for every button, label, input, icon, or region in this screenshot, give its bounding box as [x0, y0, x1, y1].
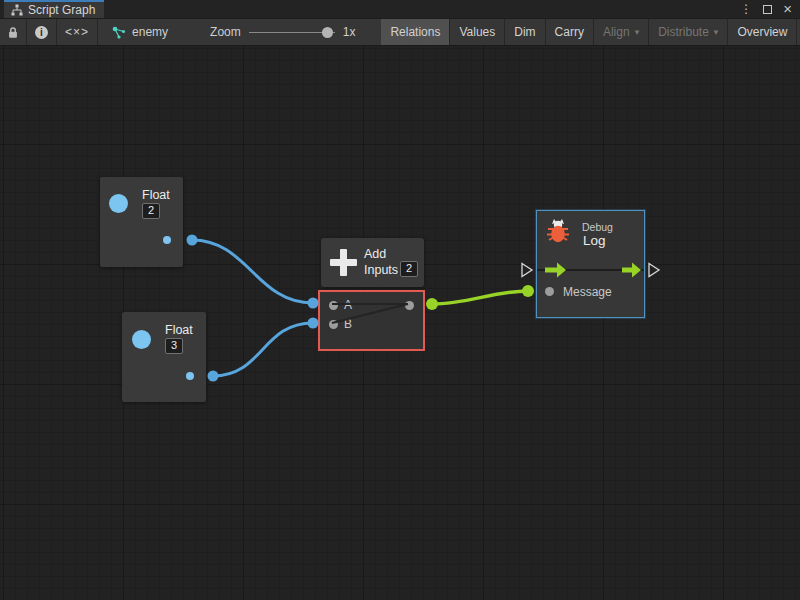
float-node-2[interactable]: Float 3: [122, 312, 206, 402]
add-plus-icon: [330, 249, 357, 276]
graph-name-label: enemy: [132, 25, 168, 39]
add-input-b-port[interactable]: [329, 320, 338, 329]
flow-port-triangle-left[interactable]: [522, 264, 532, 277]
graph-toolbar: i <×> enemy Zoom 1x Relations Values: [0, 18, 800, 46]
bug-icon: [545, 217, 571, 244]
zoom-label: Zoom: [210, 25, 241, 39]
node-category: Debug: [582, 221, 613, 233]
align-dropdown[interactable]: Align ▾: [594, 19, 649, 45]
info-button[interactable]: i: [27, 19, 57, 45]
add-input-a-port[interactable]: [329, 301, 338, 310]
tab-label: Script Graph: [28, 3, 95, 17]
close-icon[interactable]: ×: [783, 1, 792, 16]
node-title: Float: [165, 323, 193, 337]
title-bar: Script Graph ⋮ ×: [0, 0, 800, 18]
graph-icon: [112, 26, 126, 39]
node-title: Float: [142, 188, 170, 202]
script-graph-window: Script Graph ⋮ × i <×>: [0, 0, 800, 600]
float-node-1[interactable]: Float 2: [100, 177, 183, 267]
graph-tab-icon: [11, 4, 23, 16]
node-title: Log: [583, 233, 606, 248]
float-value-input[interactable]: 3: [165, 338, 183, 354]
zoom-value: 1x: [343, 25, 356, 39]
float-output-port[interactable]: [163, 236, 171, 244]
lock-button[interactable]: [0, 19, 27, 45]
wire-float1-to-add-a[interactable]: [192, 240, 313, 303]
relations-button[interactable]: Relations: [381, 19, 450, 45]
maximize-icon[interactable]: [763, 5, 772, 14]
node-title: Add: [364, 247, 386, 261]
wire-float2-to-add-b[interactable]: [213, 323, 313, 376]
dim-button[interactable]: Dim: [505, 19, 545, 45]
window-menu-icon[interactable]: ⋮: [740, 3, 752, 15]
float-output-port[interactable]: [186, 372, 194, 380]
debug-message-port[interactable]: [545, 287, 554, 296]
carry-button[interactable]: Carry: [546, 19, 594, 45]
code-view-button[interactable]: <×>: [57, 19, 98, 45]
float-node-icon: [109, 194, 128, 213]
zoom-slider-handle[interactable]: [322, 27, 333, 38]
toolbar-spacer: [365, 19, 381, 45]
debug-message-label: Message: [563, 285, 612, 299]
add-input-b-label: B: [344, 317, 352, 331]
zoom-control: Zoom 1x: [178, 19, 365, 45]
add-node-header[interactable]: Add Inputs 2: [321, 238, 424, 287]
code-icon: <×>: [65, 25, 89, 39]
lock-icon: [8, 26, 18, 39]
add-inputs-label: Inputs: [364, 263, 398, 277]
chevron-down-icon: ▾: [714, 27, 719, 37]
info-icon: i: [35, 26, 48, 39]
overview-button[interactable]: Overview: [728, 19, 797, 45]
add-input-a-label: A: [344, 298, 352, 312]
add-node-body-error-highlight[interactable]: A B: [318, 290, 425, 351]
values-button[interactable]: Values: [450, 19, 505, 45]
graph-breadcrumb[interactable]: enemy: [98, 19, 178, 45]
wire-add-to-debug-message[interactable]: [432, 291, 528, 304]
add-inputs-count[interactable]: 2: [400, 261, 418, 277]
flow-port-triangle-right[interactable]: [649, 264, 659, 277]
float-value-input[interactable]: 2: [142, 203, 160, 219]
graph-canvas[interactable]: Float 2 Float 3 Add Inputs 2 A B: [0, 46, 800, 600]
float-node-icon: [132, 330, 151, 349]
chevron-down-icon: ▾: [635, 27, 640, 37]
distribute-dropdown[interactable]: Distribute ▾: [649, 19, 728, 45]
debug-log-node[interactable]: Debug Log Message: [536, 210, 645, 318]
zoom-slider[interactable]: [249, 26, 335, 38]
add-output-port[interactable]: [405, 301, 414, 310]
tab-script-graph[interactable]: Script Graph: [4, 0, 104, 18]
